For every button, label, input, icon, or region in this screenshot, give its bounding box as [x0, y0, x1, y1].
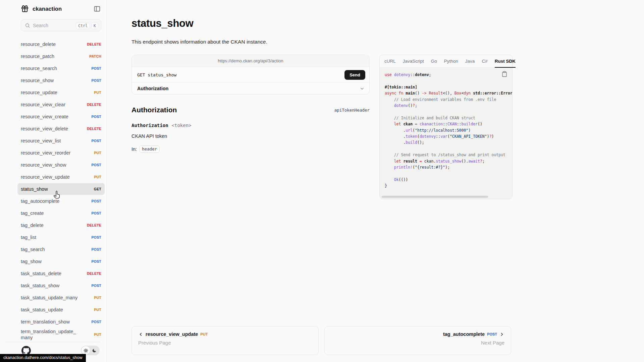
next-page-label: Next Page [331, 340, 504, 346]
tab-go[interactable]: Go [431, 55, 437, 67]
method-badge: POST [92, 199, 101, 203]
method-badge: POST [92, 259, 101, 263]
method-badge: POST [92, 211, 101, 215]
code-line [385, 109, 512, 115]
method-badge: PUT [94, 333, 101, 337]
base-url-bar: https://demo.ckan.org/api/3/action [132, 55, 369, 67]
sidebar-item-resource_delete[interactable]: resource_delete DELETE [17, 38, 105, 50]
copy-code-icon[interactable] [501, 71, 508, 78]
code-line: } [385, 183, 512, 189]
send-button[interactable]: Send [344, 70, 365, 80]
code-block[interactable]: use dotenvy::dotenv; #[tokio::main]async… [380, 68, 512, 199]
sidebar-item-task_status_delete[interactable]: task_status_delete DELETE [17, 267, 105, 280]
auth-in-pill: header [139, 145, 160, 153]
sidebar-item-resource_update[interactable]: resource_update PUT [17, 86, 105, 99]
method-badge: DELETE [87, 42, 101, 46]
request-endpoint: GET status_show [137, 72, 176, 77]
sidebar-item-task_status_update_many[interactable]: task_status_update_many PUT [17, 292, 105, 304]
sidebar-item-resource_view_update[interactable]: resource_view_update PUT [17, 171, 105, 183]
sidebar-item-term_translation_show[interactable]: term_translation_show POST [17, 316, 105, 328]
method-badge: PUT [200, 332, 208, 336]
sidebar-item-resource_view_delete[interactable]: resource_view_delete DELETE [17, 123, 105, 135]
code-line [385, 146, 512, 152]
sidebar-item-tag_create[interactable]: tag_create POST [17, 207, 105, 219]
code-line: // Initialize and build CKAN struct [385, 115, 512, 121]
method-badge: POST [92, 78, 101, 82]
auth-in-row: In: header [131, 145, 160, 153]
dark-mode-icon[interactable] [90, 346, 98, 355]
previous-page-card[interactable]: resource_view_update PUT Previous Page [131, 326, 319, 355]
sidebar-item-tag_list[interactable]: tag_list POST [17, 231, 105, 243]
method-badge: PUT [94, 175, 101, 179]
sidebar-item-resource_patch[interactable]: resource_patch PATCH [17, 50, 105, 62]
sidebar-item-task_status_update[interactable]: task_status_update PUT [17, 304, 105, 316]
method-badge: POST [487, 332, 497, 336]
language-tabs: cURLJavaScriptGoPythonJavaC#Rust SDK [380, 55, 512, 68]
code-line: .token(dotenvy::var("CKAN_API_TOKEN")?) [385, 133, 512, 139]
search-placeholder: Search [33, 23, 73, 28]
code-sample-panel: cURLJavaScriptGoPythonJavaC#Rust SDK use… [379, 55, 513, 199]
method-badge: POST [92, 247, 101, 251]
code-line: Ok(()) [385, 177, 512, 183]
method-badge: PUT [94, 90, 101, 95]
authorization-heading: Authorization [131, 106, 177, 114]
code-line [385, 171, 512, 177]
method-badge: DELETE [87, 223, 101, 227]
sidebar-toggle-icon[interactable] [93, 5, 101, 13]
gift-logo-icon [21, 5, 29, 13]
sidebar-header: ckanaction [21, 5, 101, 13]
sidebar-item-resource_view_create[interactable]: resource_view_create POST [17, 111, 105, 123]
sidebar-item-tag_autocomplete[interactable]: tag_autocomplete POST [17, 195, 105, 207]
auth-scheme-tag: apiTokenHeader [303, 108, 370, 113]
shortcut-key: K [91, 22, 98, 29]
chevron-down-icon [360, 86, 365, 91]
method-badge: DELETE [87, 127, 101, 131]
code-line: let ckan = ckanaction::CKAN::builder() [385, 121, 512, 127]
method-badge: PUT [94, 308, 101, 312]
search-input[interactable]: Search CtrlK [21, 19, 101, 32]
sidebar-item-resource_view_list[interactable]: resource_view_list POST [17, 135, 105, 147]
page-description: This endpoint shows information about th… [131, 39, 267, 45]
code-line [385, 78, 512, 84]
code-line: async fn main() -> Result<(), Box<dyn st… [385, 90, 512, 96]
brand[interactable]: ckanaction [21, 5, 62, 13]
sidebar-item-task_status_show[interactable]: task_status_show POST [17, 280, 105, 292]
sidebar-item-tag_delete[interactable]: tag_delete DELETE [17, 219, 105, 231]
request-row: GET status_show Send [132, 67, 369, 83]
tab-c-[interactable]: C# [482, 55, 487, 67]
code-line: println!("{result:#?}"); [385, 164, 512, 170]
sidebar-item-tag_search[interactable]: tag_search POST [17, 243, 105, 255]
sidebar: ckanaction Search CtrlK resource_delete … [0, 0, 107, 362]
sidebar-item-term_translation_update_many[interactable]: term_translation_update_many PUT [17, 328, 105, 341]
tab-curl[interactable]: cURL [384, 55, 396, 67]
light-mode-icon[interactable] [82, 346, 90, 355]
sidebar-item-status_show[interactable]: status_show GET [17, 183, 105, 195]
sidebar-item-resource_search[interactable]: resource_search POST [17, 62, 105, 74]
endpoint-list: resource_delete DELETE resource_patch PA… [21, 38, 101, 341]
shortcut-key: Ctrl [76, 22, 90, 29]
method-badge: POST [92, 163, 101, 167]
method-badge: DELETE [87, 272, 101, 276]
code-line: .url("http://localhost:5000") [385, 127, 512, 133]
tab-rust-sdk[interactable]: Rust SDK [495, 55, 516, 67]
horizontal-scrollbar[interactable] [382, 196, 488, 198]
sidebar-item-resource_view_clear[interactable]: resource_view_clear DELETE [17, 99, 105, 111]
next-page-card[interactable]: tag_autocomplete POST Next Page [324, 326, 511, 355]
auth-param: Authorization<token> [131, 123, 192, 128]
tab-python[interactable]: Python [444, 55, 458, 67]
api-playground: https://demo.ckan.org/api/3/action GET s… [131, 55, 370, 95]
method-badge: PUT [94, 151, 101, 155]
sidebar-item-resource_view_reorder[interactable]: resource_view_reorder PUT [17, 147, 105, 159]
method-badge: POST [92, 139, 101, 143]
method-badge: POST [92, 284, 101, 288]
sidebar-item-resource_show[interactable]: resource_show POST [17, 74, 105, 86]
tab-javascript[interactable]: JavaScript [403, 55, 424, 67]
auth-accordion[interactable]: Authorization [132, 83, 369, 94]
tab-java[interactable]: Java [465, 55, 475, 67]
sidebar-item-resource_view_show[interactable]: resource_view_show POST [17, 159, 105, 171]
method-badge: PATCH [89, 54, 101, 58]
code-line: // Send request to /status_show and prin… [385, 152, 512, 158]
sidebar-item-tag_show[interactable]: tag_show POST [17, 255, 105, 267]
method-badge: POST [92, 66, 101, 70]
code-line: use dotenvy::dotenv; [385, 72, 512, 78]
